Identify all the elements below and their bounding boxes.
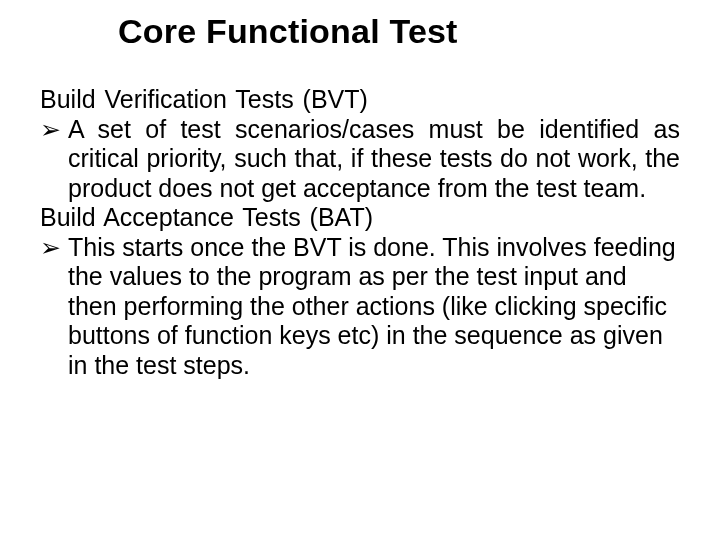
slide: Core Functional Test Build Verification … — [0, 0, 720, 540]
bullet-item-bvt: ➢ A set of test scenarios/cases must be … — [40, 115, 680, 204]
bullet-item-bat: ➢ This starts once the BVT is done. This… — [40, 233, 680, 381]
triangle-bullet-icon: ➢ — [40, 115, 64, 145]
slide-title: Core Functional Test — [118, 12, 680, 51]
section-heading-bvt: Build Verification Tests (BVT) — [40, 85, 680, 115]
slide-body: Build Verification Tests (BVT) ➢ A set o… — [40, 85, 680, 380]
triangle-bullet-icon: ➢ — [40, 233, 64, 263]
section-heading-bat: Build Acceptance Tests (BAT) — [40, 203, 680, 233]
bullet-text-bat: This starts once the BVT is done. This i… — [68, 233, 676, 379]
bullet-text-bvt: A set of test scenarios/cases must be id… — [68, 115, 680, 202]
